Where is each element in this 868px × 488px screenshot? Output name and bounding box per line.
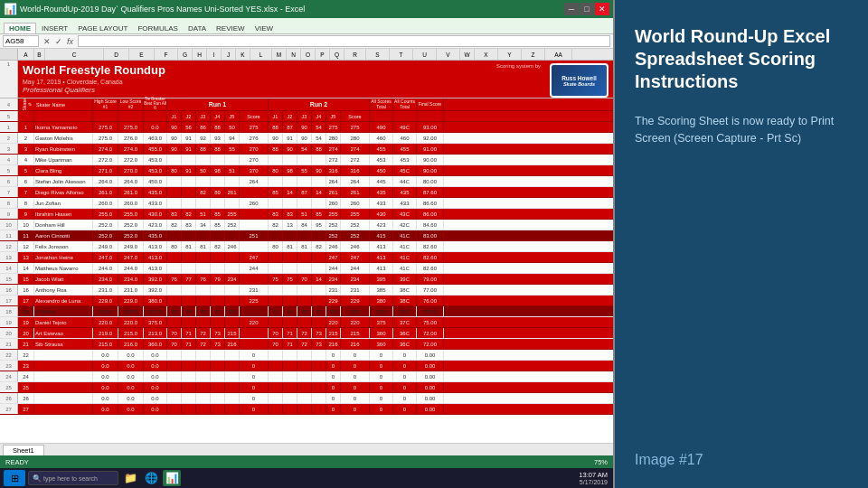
r2j3-cell[interactable]: 70 [297,274,312,284]
r1j3-cell[interactable]: 88 [196,144,211,154]
r1j5-cell[interactable] [225,404,240,414]
r1j3-cell[interactable]: 86 [196,122,211,132]
skater-name-cell[interactable]: Sib Strauss [34,339,93,349]
r2j2-cell[interactable]: 87 [283,122,297,132]
r1j4-cell[interactable]: 93 [211,133,225,143]
final-cell[interactable]: 0.00 [417,404,444,414]
r2j3-cell[interactable]: 72 [297,339,312,349]
confirm-formula-icon[interactable]: ✓ [53,37,64,46]
r1j1-cell[interactable] [167,317,182,327]
col-h[interactable]: H [193,49,207,60]
r1j4-cell[interactable] [211,155,225,164]
r2j2-cell[interactable] [283,285,297,295]
r1j1-cell[interactable] [167,361,182,371]
r2j5-cell[interactable]: 0 [326,371,341,381]
r2j2-cell[interactable]: 90 [283,144,297,154]
final-cell[interactable]: 79.00 [417,274,444,284]
col-d[interactable]: D [104,49,129,60]
r1score-cell[interactable]: 0 [240,382,269,392]
r1j5-cell[interactable]: 225 [225,306,240,316]
r1j4-cell[interactable] [211,230,225,240]
total-cell[interactable]: 423 [370,220,393,230]
total-cell[interactable]: 360 [370,339,393,349]
r2j4-cell[interactable] [312,371,326,381]
r1j2-cell[interactable] [182,198,196,208]
r1j2-cell[interactable]: 74 [182,306,196,316]
r1j5-cell[interactable]: 216 [225,339,240,349]
r2j4-cell[interactable] [312,230,326,240]
r1j2-cell[interactable] [182,371,196,381]
skater-name-cell[interactable] [34,361,93,371]
r1j5-cell[interactable]: 234 [225,274,240,284]
r1score-cell[interactable]: 0 [240,361,269,371]
r1j3-cell[interactable] [196,317,211,327]
r1j1-cell[interactable]: 83 [167,209,182,219]
col-b[interactable]: B [34,49,45,60]
col-z[interactable]: Z [522,49,545,60]
r2j4-cell[interactable] [312,317,326,327]
skater-num-cell[interactable]: 14 [18,263,34,273]
table-row[interactable]: 11Ikoma Yamamoto275.0275.00.090568688502… [0,122,613,133]
r2j5-cell[interactable]: 260 [326,198,341,208]
final-cell[interactable]: 87.60 [417,187,444,197]
skater-num-cell[interactable]: 12 [18,241,34,251]
r1j4-cell[interactable] [211,296,225,305]
low-score-cell[interactable]: 247.0 [118,252,144,262]
r2j5-cell[interactable]: 234 [326,274,341,284]
high-score-cell[interactable]: 0.0 [93,393,118,403]
r1j1-cell[interactable] [167,296,182,305]
skater-name-cell[interactable]: Anthony Roa [34,285,93,295]
total-cell[interactable]: 0 [370,382,393,392]
tab-home[interactable]: HOME [4,23,36,33]
r2j1-cell[interactable] [269,285,283,295]
count-cell[interactable]: 38C [393,296,417,305]
r2j5-cell[interactable]: 261 [326,187,341,197]
table-row[interactable]: 26260.00.00.0000000.00 [0,393,613,404]
low-score-cell[interactable]: 225.0 [118,306,144,316]
final-cell[interactable]: 82.60 [417,263,444,273]
r2j3-cell[interactable]: 54 [297,144,312,154]
r2j3-cell[interactable] [297,252,312,262]
r2score-cell[interactable]: 220 [341,317,370,327]
r2j4-cell[interactable] [312,285,326,295]
r2j4-cell[interactable] [312,296,326,305]
r1j5-cell[interactable] [225,263,240,273]
skater-num-cell[interactable]: 8 [18,198,34,208]
r2j2-cell[interactable] [283,155,297,164]
tiebreaker-cell[interactable]: 375.0 [144,306,167,316]
r1j5-cell[interactable] [225,382,240,392]
r2j4-cell[interactable] [312,382,326,392]
table-row[interactable]: 1414Mattheus Navarro244.0244.0413.024424… [0,263,613,274]
col-a[interactable]: A [18,49,34,60]
r2j2-cell[interactable] [283,252,297,262]
skater-name-cell[interactable]: Diego Rivas Alfonso [34,187,93,197]
r2j2-cell[interactable]: 71 [283,339,297,349]
r1score-cell[interactable]: 276 [240,133,269,143]
skater-name-cell[interactable]: Aaron Cinnotti [34,230,93,240]
total-cell[interactable]: 0 [370,371,393,381]
tiebreaker-cell[interactable]: 435.0 [144,187,167,197]
r1j2-cell[interactable] [182,176,196,186]
final-cell[interactable]: 76.00 [417,296,444,305]
count-cell[interactable]: 44C [393,176,417,186]
r1j4-cell[interactable] [211,285,225,295]
skater-num-cell[interactable]: 17 [18,296,34,305]
r2j4-cell[interactable]: 85 [312,209,326,219]
r2score-cell[interactable]: 275 [341,122,370,132]
r1score-cell[interactable]: 275 [240,122,269,132]
high-score-cell[interactable]: 0.0 [93,371,118,381]
r1j2-cell[interactable] [182,296,196,305]
r2j2-cell[interactable] [283,317,297,327]
total-cell[interactable]: 445 [370,176,393,186]
tab-view[interactable]: VIEW [250,23,278,33]
low-score-cell[interactable]: 0.0 [118,404,144,414]
col-l[interactable]: L [250,49,272,60]
low-score-cell[interactable]: 274.0 [118,144,144,154]
count-cell[interactable]: 0 [393,361,417,371]
r2j5-cell[interactable]: 244 [326,263,341,273]
table-row[interactable]: 1818Al Moha225.0225.0375.075747577225711… [0,306,613,317]
tiebreaker-cell[interactable]: 0.0 [144,382,167,392]
final-cell[interactable]: 0.00 [417,361,444,371]
tiebreaker-cell[interactable]: 360.0 [144,339,167,349]
tiebreaker-cell[interactable]: 450.0 [144,176,167,186]
